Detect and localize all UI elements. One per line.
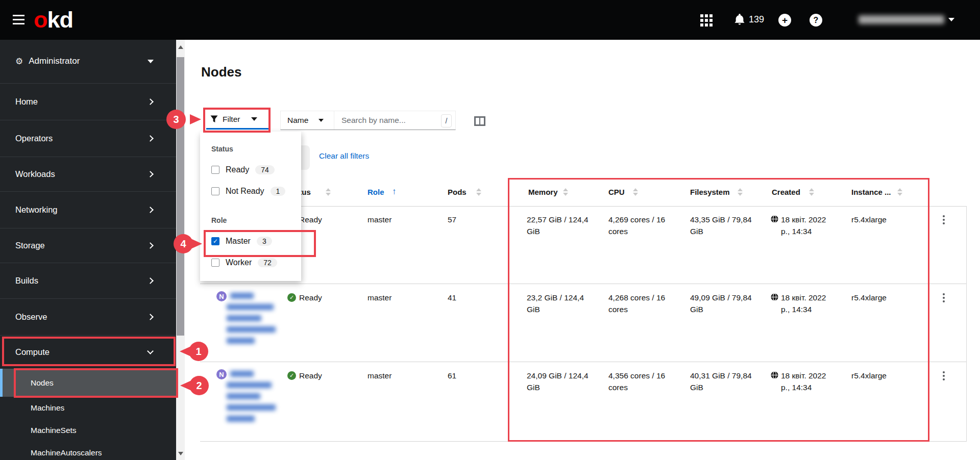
column-header-memory[interactable]: Memory — [528, 188, 558, 196]
row-kebab-menu-icon[interactable] — [939, 371, 948, 383]
funnel-icon — [210, 115, 218, 123]
sort-icon[interactable] — [476, 188, 481, 196]
checkbox-unchecked[interactable] — [211, 187, 219, 195]
table-row-filesystem: 43,35 GiB / 79,84 GiB — [690, 214, 759, 237]
node-name-blurred — [227, 304, 274, 310]
table-row-created: 18 квіт. 2022 р., 14:34 — [771, 214, 835, 237]
sidebar-item-machineautoscalers[interactable]: MachineAutoscalers — [0, 442, 176, 460]
node-name-blurred — [227, 416, 255, 422]
row-kebab-menu-icon[interactable] — [939, 215, 948, 227]
masthead: okd 139 + ? — [0, 0, 980, 40]
column-header-instance[interactable]: Instance ... — [851, 188, 891, 196]
sidebar-item-nodes[interactable]: Nodes — [0, 369, 176, 397]
filter-option-master[interactable]: ✓ Master 3 — [211, 237, 272, 246]
checkbox-unchecked[interactable] — [211, 166, 219, 174]
sidebar-item-machines[interactable]: Machines — [0, 397, 176, 419]
ready-check-icon: ✓ — [287, 371, 296, 380]
sidebar-item-workloads[interactable]: Workloads — [0, 157, 176, 191]
sidebar-item-operators[interactable]: Operators — [0, 120, 176, 157]
main-content — [185, 40, 980, 460]
annotation-callout-3: 3 — [166, 110, 186, 129]
filter-option-worker[interactable]: Worker 72 — [211, 258, 277, 267]
help-question-icon[interactable]: ? — [810, 14, 822, 27]
count-badge: 74 — [255, 165, 275, 174]
checkbox-checked[interactable]: ✓ — [211, 237, 219, 245]
table-row-memory: 23,2 GiB / 124,4 GiB — [527, 292, 594, 315]
okd-console-screen: okd 139 + ? ⚙ Administrator Home Operato… — [0, 0, 980, 460]
filter-dropdown-button[interactable]: Filter — [206, 110, 270, 130]
okd-logo: okd — [34, 7, 73, 33]
sidebar-item-compute[interactable]: Compute — [0, 335, 176, 368]
sidebar-item-home[interactable]: Home — [0, 83, 176, 120]
column-header-cpu[interactable]: CPU — [608, 188, 625, 196]
filter-option-ready[interactable]: Ready 74 — [211, 165, 275, 174]
import-yaml-plus-icon[interactable]: + — [778, 14, 791, 27]
user-menu-blurred-name[interactable] — [859, 15, 944, 24]
chevron-right-icon — [147, 98, 154, 105]
sort-icon[interactable] — [738, 188, 743, 196]
filter-group-label-status: Status — [211, 145, 233, 153]
scroll-down-icon[interactable] — [178, 452, 183, 455]
sidebar-item-machinesets[interactable]: MachineSets — [0, 419, 176, 442]
node-avatar: N — [216, 369, 227, 379]
table-row-role: master — [368, 370, 391, 381]
chevron-right-icon — [147, 242, 154, 249]
user-menu-caret-icon[interactable] — [948, 18, 954, 21]
chevron-down-icon — [147, 348, 154, 354]
page-title: Nodes — [201, 64, 241, 80]
column-header-pods[interactable]: Pods — [448, 188, 467, 196]
table-row-instance: r5.4xlarge — [851, 214, 887, 225]
sort-icon[interactable] — [633, 188, 638, 196]
search-attribute-select[interactable]: Name — [281, 111, 334, 130]
sidebar-item-networking[interactable]: Networking — [0, 191, 176, 228]
clear-all-filters-link[interactable]: Clear all filters — [319, 151, 369, 161]
column-header-created[interactable]: Created — [772, 188, 800, 196]
sort-icon[interactable] — [897, 188, 902, 196]
table-row-status: ✓ Ready — [287, 292, 322, 303]
table-row-filesystem: 49,09 GiB / 79,84 GiB — [690, 292, 759, 315]
row-kebab-menu-icon[interactable] — [939, 293, 948, 305]
node-name-blurred — [227, 326, 276, 333]
scroll-up-icon[interactable] — [178, 45, 183, 49]
table-bottom-divider — [200, 441, 966, 442]
shortcut-slash-badge: / — [441, 114, 452, 127]
count-badge: 3 — [257, 237, 272, 246]
table-header-divider — [200, 206, 966, 207]
table-row-memory: 22,57 GiB / 124,4 GiB — [527, 214, 594, 237]
sort-icon[interactable] — [326, 188, 331, 196]
table-row-role: master — [368, 292, 391, 303]
sidebar-item-observe[interactable]: Observe — [0, 298, 176, 335]
table-row-created: 18 квіт. 2022 р., 14:34 — [771, 292, 835, 315]
app-launcher-icon[interactable] — [700, 14, 713, 27]
column-header-filesystem[interactable]: Filesystem — [690, 188, 730, 196]
caret-down-icon — [148, 60, 154, 63]
notifications-button[interactable]: 139 — [734, 13, 764, 25]
column-header-role[interactable]: Role — [368, 188, 384, 196]
manage-columns-icon[interactable] — [474, 116, 485, 126]
search-input[interactable] — [334, 116, 455, 125]
row-divider — [200, 284, 966, 284]
filter-dropdown-panel: Status Ready 74 Not Ready 1 Role ✓ Maste… — [200, 132, 301, 281]
scrollbar-thumb[interactable] — [177, 57, 184, 336]
node-name-blurred — [227, 338, 255, 344]
table-row-created: 18 квіт. 2022 р., 14:34 — [771, 370, 835, 393]
perspective-switcher[interactable]: ⚙ Administrator — [0, 48, 176, 74]
annotation-callout-1: 1 — [189, 342, 208, 361]
annotation-callout-2: 2 — [189, 376, 209, 395]
node-name-blurred — [230, 371, 254, 377]
globe-icon — [771, 215, 778, 223]
sidebar-item-storage[interactable]: Storage — [0, 228, 176, 263]
sort-icon[interactable] — [809, 188, 814, 196]
sort-icon[interactable] — [563, 188, 568, 196]
table-row-instance: r5.4xlarge — [851, 292, 887, 303]
sort-ascending-icon[interactable]: ↑ — [392, 187, 397, 197]
node-name-blurred — [227, 404, 276, 411]
annotation-callout-4: 4 — [174, 234, 193, 253]
chevron-right-icon — [147, 314, 154, 320]
chevron-right-icon — [147, 277, 154, 284]
chevron-right-icon — [147, 135, 154, 142]
filter-option-not-ready[interactable]: Not Ready 1 — [211, 187, 285, 196]
checkbox-unchecked[interactable] — [211, 259, 219, 267]
hamburger-menu-icon[interactable] — [13, 15, 24, 25]
sidebar-item-builds[interactable]: Builds — [0, 263, 176, 298]
